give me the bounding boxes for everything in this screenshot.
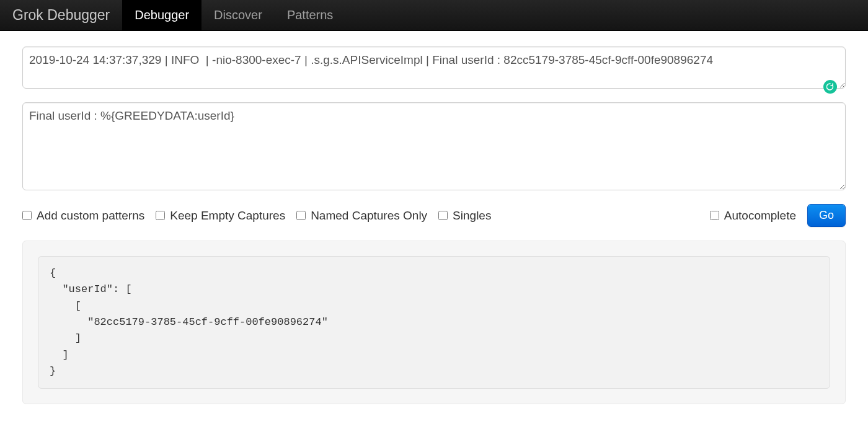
opt-autocomplete[interactable]: Autocomplete: [710, 209, 796, 223]
nav: Debugger Discover Patterns: [122, 0, 345, 31]
nav-discover[interactable]: Discover: [202, 0, 275, 31]
checkbox-named-only[interactable]: [296, 211, 306, 220]
nav-patterns[interactable]: Patterns: [275, 0, 345, 31]
nav-debugger[interactable]: Debugger: [122, 0, 202, 31]
checkbox-autocomplete[interactable]: [710, 211, 719, 220]
result-panel: { "userId": [ [ "82cc5179-3785-45cf-9cff…: [22, 241, 846, 404]
opt-autocomplete-label: Autocomplete: [724, 209, 796, 223]
opt-singles-label: Singles: [453, 209, 491, 223]
log-input[interactable]: [22, 46, 846, 89]
opt-keep-empty[interactable]: Keep Empty Captures: [156, 209, 285, 223]
result-output: { "userId": [ [ "82cc5179-3785-45cf-9cff…: [38, 256, 830, 389]
main-container: Add custom patterns Keep Empty Captures …: [0, 31, 868, 404]
checkbox-custom-patterns[interactable]: [22, 211, 32, 220]
opt-custom-patterns[interactable]: Add custom patterns: [22, 209, 144, 223]
options-row: Add custom patterns Keep Empty Captures …: [22, 204, 846, 227]
opt-named-only-label: Named Captures Only: [311, 209, 427, 223]
pattern-input[interactable]: [22, 102, 846, 190]
opt-custom-patterns-label: Add custom patterns: [37, 209, 144, 223]
log-input-wrapper: [22, 46, 846, 102]
opt-named-only[interactable]: Named Captures Only: [296, 209, 427, 223]
opt-keep-empty-label: Keep Empty Captures: [170, 209, 285, 223]
opt-singles[interactable]: Singles: [438, 209, 491, 223]
navbar: Grok Debugger Debugger Discover Patterns: [0, 0, 868, 31]
checkbox-singles[interactable]: [438, 211, 448, 220]
grammarly-icon[interactable]: [823, 80, 837, 94]
app-brand: Grok Debugger: [12, 7, 110, 24]
checkbox-keep-empty[interactable]: [156, 211, 165, 220]
go-button[interactable]: Go: [807, 204, 846, 227]
